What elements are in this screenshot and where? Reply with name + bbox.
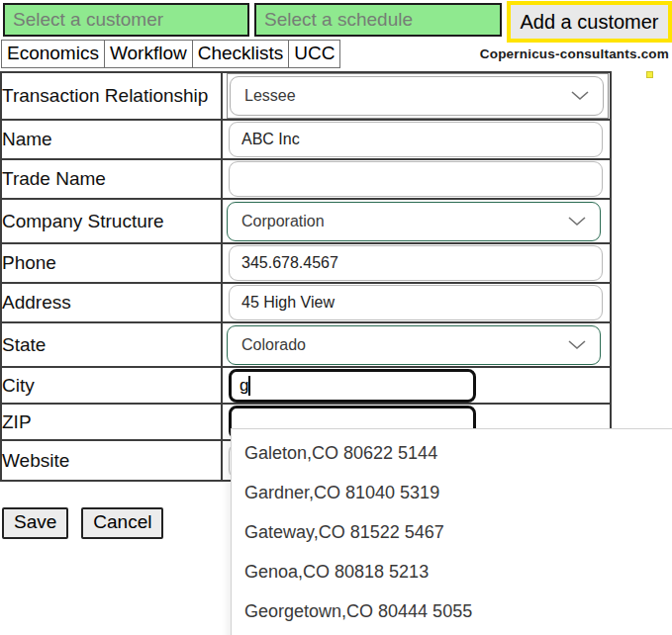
autocomplete-option[interactable]: Georgetown,CO 80444 5055	[232, 591, 672, 631]
phone-cell	[222, 243, 611, 283]
transaction-relationship-select[interactable]: Lessee	[230, 76, 604, 116]
customer-select-input[interactable]	[3, 3, 249, 37]
company-structure-select[interactable]: Corporation	[227, 202, 601, 241]
transaction-relationship-label: Transaction Relationship	[1, 72, 222, 120]
chevron-down-icon	[568, 340, 586, 350]
autocomplete-option[interactable]: Gardner,CO 81040 5319	[232, 473, 672, 512]
city-input[interactable]: g	[229, 369, 476, 403]
trade-name-cell	[222, 159, 611, 199]
row-transaction-relationship: Transaction Relationship Lessee	[1, 72, 611, 120]
tab-bar: Economics Workflow Checklists UCC	[1, 40, 340, 68]
city-autocomplete-dropdown: Galeton,CO 80622 5144 Gardner,CO 81040 5…	[231, 428, 672, 635]
state-cell: Colorado	[222, 322, 611, 367]
cancel-button[interactable]: Cancel	[81, 507, 163, 539]
name-input[interactable]	[229, 122, 603, 157]
save-button[interactable]: Save	[2, 507, 68, 539]
zip-label: ZIP	[1, 404, 222, 440]
phone-label: Phone	[1, 243, 222, 283]
yellow-marker-icon	[646, 71, 653, 78]
address-label: Address	[1, 283, 222, 322]
brand-text: Copernicus-consultants.com	[480, 46, 669, 61]
row-name: Name	[1, 120, 611, 159]
city-label: City	[1, 367, 222, 404]
row-company-structure: Company Structure Corporation	[1, 199, 611, 243]
state-label: State	[1, 322, 222, 367]
state-select[interactable]: Colorado	[227, 325, 601, 365]
city-input-value: g	[240, 376, 248, 396]
select-value: Colorado	[241, 336, 306, 354]
customer-form-table: Transaction Relationship Lessee Name Tra…	[0, 71, 612, 482]
autocomplete-option[interactable]: Gateway,CO 81522 5467	[232, 512, 672, 552]
chevron-down-icon	[568, 217, 586, 227]
name-cell	[222, 120, 611, 159]
trade-name-label: Trade Name	[1, 159, 222, 199]
address-cell	[222, 283, 611, 322]
select-value: Lessee	[244, 87, 296, 105]
row-address: Address	[1, 283, 611, 322]
text-cursor	[248, 376, 250, 396]
autocomplete-option[interactable]: Galeton,CO 80622 5144	[232, 433, 672, 473]
website-label: Website	[1, 440, 222, 481]
add-customer-button[interactable]: Add a customer	[507, 1, 672, 43]
row-phone: Phone	[1, 243, 611, 283]
trade-name-input[interactable]	[229, 161, 603, 197]
city-cell: g	[222, 367, 611, 404]
autocomplete-option[interactable]: Genoa,CO 80818 5213	[232, 552, 672, 591]
row-trade-name: Trade Name	[1, 159, 611, 199]
transaction-relationship-cell: Lessee	[222, 72, 611, 120]
select-value: Corporation	[241, 213, 325, 230]
company-structure-label: Company Structure	[1, 199, 222, 243]
row-city: City g	[1, 367, 611, 404]
name-label: Name	[1, 120, 222, 159]
tab-workflow[interactable]: Workflow	[104, 40, 193, 68]
company-structure-cell: Corporation	[222, 199, 611, 243]
tab-economics[interactable]: Economics	[1, 40, 105, 68]
select-frame: Corporation	[227, 202, 609, 241]
form-actions: Save Cancel	[2, 507, 163, 539]
tab-ucc[interactable]: UCC	[288, 40, 340, 68]
tab-checklists[interactable]: Checklists	[192, 40, 290, 68]
row-state: State Colorado	[1, 322, 611, 367]
chevron-down-icon	[571, 91, 589, 101]
phone-input[interactable]	[229, 245, 603, 281]
schedule-select-input[interactable]	[254, 3, 502, 37]
address-input[interactable]	[229, 285, 603, 320]
select-frame: Lessee	[227, 73, 609, 119]
select-frame: Colorado	[227, 325, 609, 365]
